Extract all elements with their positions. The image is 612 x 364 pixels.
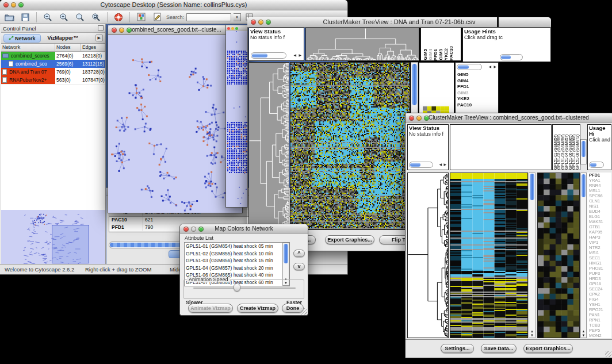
settings-button[interactable]: Settings... [441,344,474,353]
zoom-window-icon[interactable] [127,28,132,33]
gene-label[interactable]: PEP5 [587,328,611,333]
gene-label[interactable]: RNR4 [587,183,611,188]
gene-label[interactable]: NTR2 [587,245,611,250]
minimize-icon[interactable] [11,2,16,7]
tv2-status-scrollbar[interactable] [409,162,433,168]
animate-vizmap-button[interactable]: Animate Vizmap [188,304,233,313]
create-vizmap-button[interactable]: Create Vizmap [237,304,278,313]
gene-label[interactable]: NIS1 [587,204,611,209]
tv2-column-labels[interactable]: GPL51-01 (GSM854)GPL51-02 (GSM855)GPL51-… [552,124,580,170]
network-list-row[interactable]: DNA and Tran 07769(0)183728(0) [1,68,105,76]
tv2-global-heatmap[interactable] [450,173,528,338]
gene-label[interactable]: MSI1 [587,250,611,255]
treeview1-titlebar[interactable]: ClusterMaker TreeView : DNA and Tran 07-… [247,17,551,28]
gene-label[interactable]: RPO21 [587,307,611,312]
network-view-canvas[interactable] [108,35,242,213]
gene-label[interactable]: YSH1 [587,302,611,307]
treeview2-titlebar[interactable]: ClusterMaker TreeView : combined_scores_… [406,113,612,122]
scroll-left-icon[interactable]: ◀ [293,52,296,59]
gene-label[interactable]: GTB1 [587,224,611,229]
zoom-out-icon[interactable] [41,12,55,23]
tv1-hints-scrollbar[interactable] [500,54,523,60]
zoom-window-icon[interactable] [18,2,24,7]
tv1-labels-hscrollbar[interactable] [457,64,482,70]
gene-label[interactable]: HRD3 [587,276,611,281]
save-data-button[interactable]: Save Data... [481,344,517,353]
attribute-item[interactable]: GPL51-04 (GSM857) heat shock 20 min [185,265,289,272]
gene-label[interactable]: KAP95 [587,229,611,235]
main-titlebar[interactable]: Cytoscape Desktop (Session Name: collins… [0,0,347,10]
tv1-row-labels[interactable]: GIM5GIM4PFD1GIM3YKE2PAC10 [456,72,498,108]
network-overview-canvas[interactable] [1,210,105,264]
tv2-column-dendrogram-area[interactable] [450,124,552,170]
column-label[interactable]: GIM3 [438,49,443,60]
gene-label[interactable]: RPN1 [587,317,611,323]
gene-label[interactable]: PAN1 [587,312,611,317]
scroll-right-icon[interactable]: ▶ [299,52,301,59]
gene-label[interactable]: SEC1 [587,255,611,260]
resize-grip-icon[interactable] [605,351,611,357]
network-list-row[interactable]: RNAPuberNov2+563(0)107847(0) [1,76,105,84]
tv1-row-dendrogram[interactable] [248,62,289,229]
tv2-zoom-heatmap[interactable] [537,173,580,338]
gene-label[interactable]: SEC24 [587,286,611,292]
float-panel-icon[interactable] [98,25,104,30]
move-up-button[interactable]: ^ [293,250,305,257]
gene-label[interactable]: PHO81 [587,266,611,271]
gene-label[interactable]: MSL1 [587,188,611,193]
move-down-button[interactable]: v [293,263,305,270]
minimize-icon[interactable] [119,28,124,33]
gene-label[interactable]: MAK31 [587,219,611,224]
row-label[interactable]: PAC10 [456,102,498,109]
gene-label[interactable]: CLN1 [587,198,611,204]
close-icon[interactable] [409,116,414,121]
resize-grip-icon[interactable] [301,308,307,315]
open-file-icon[interactable] [2,12,16,23]
row-label[interactable]: GIM3 [456,90,498,97]
tv2-vertical-scrollbar[interactable]: ▲▼ [529,173,536,338]
scroll-left-icon[interactable]: ◀ [439,162,442,168]
scroll-right-icon[interactable]: ▶ [443,162,446,168]
scroll-up-icon[interactable]: ▲ [582,329,586,333]
gene-label[interactable]: TCB3 [587,323,611,328]
tab-network[interactable]: Network [3,34,41,43]
gene-label[interactable]: ELG1 [587,214,611,219]
close-icon[interactable] [3,2,9,7]
gene-label[interactable]: BUD4 [587,209,611,214]
tv1-column-labels[interactable]: GIM5GIM4PFD1GIM3YKE2PAC10 [420,28,461,61]
gene-label[interactable]: CPA2 [587,292,611,297]
zoom-selected-icon[interactable] [73,12,87,23]
attribute-item[interactable]: GPL51-01 (GSM854) heat shock 05 min [185,243,289,250]
save-icon[interactable] [18,12,32,23]
gene-label[interactable]: SPC98 [587,193,611,198]
tv2-row-dendrogram[interactable] [407,173,449,338]
scroll-right-icon[interactable]: ▶ [494,64,496,70]
gene-label[interactable]: VIP1 [587,240,611,245]
gene-label[interactable]: GPI16 [587,281,611,286]
scroll-left-icon[interactable]: ◀ [488,64,491,70]
search-dropdown-icon[interactable]: ▼ [234,13,241,21]
row-label[interactable]: GIM5 [456,72,498,78]
gene-label[interactable]: MON2 [587,333,611,338]
close-icon[interactable] [112,28,117,33]
tv2-gene-labels[interactable]: PFD1YRA1RNR4MSL1SPC98CLN1NIS1BUD4ELG1MAK… [587,173,611,338]
annotation-icon[interactable] [150,12,164,23]
plugins-icon[interactable] [134,12,148,23]
zoom-window-icon[interactable] [198,227,204,232]
attribute-item[interactable]: GPL51-02 (GSM855) heat shock 10 min [185,250,289,258]
minimize-icon[interactable] [231,27,234,30]
network-list-row[interactable]: combined_scores2764(0)16218(0) [1,52,105,60]
close-icon[interactable] [183,227,189,232]
zoom-window-icon[interactable] [235,27,238,30]
minimize-icon[interactable] [258,20,263,25]
column-label[interactable]: GIM5 [423,49,428,60]
zoom-window-icon[interactable] [266,20,271,25]
zoom-window-icon[interactable] [424,116,429,121]
speed-slider-thumb[interactable] [234,283,240,292]
tab-vizmapper[interactable]: VizMapper™ [43,34,83,43]
scroll-down-icon[interactable]: ▼ [582,334,586,337]
zoom-in-icon[interactable] [57,12,71,23]
column-label[interactable]: PAC10 [449,46,454,60]
column-label[interactable]: YKE2 [443,48,449,60]
tv1-status-scrollbar[interactable] [251,52,286,59]
